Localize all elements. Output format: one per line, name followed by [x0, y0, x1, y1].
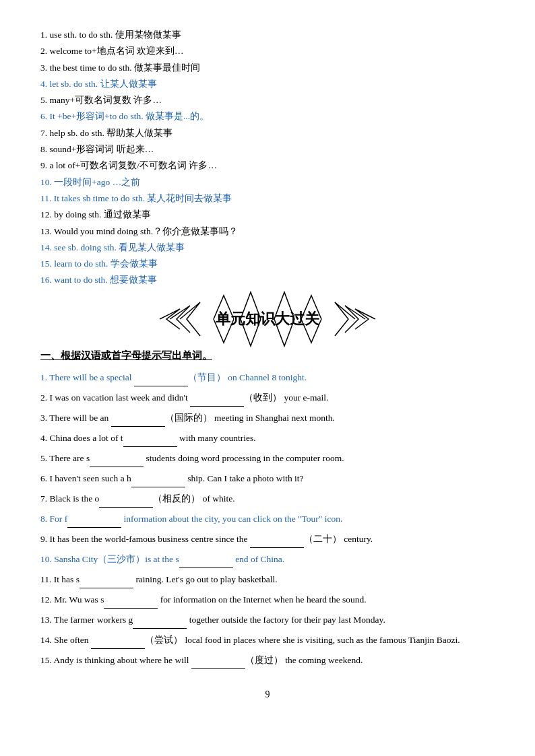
- banner-title: 单元知识大过关: [202, 305, 333, 333]
- exercise-item: 9. It has been the world-famous business…: [40, 529, 495, 548]
- page-number: 9: [40, 689, 495, 700]
- exercises-container: 1. There will be a special （节目） on Chann…: [40, 368, 495, 669]
- exercise-item: 14. She often （尝试） local food in places …: [40, 630, 495, 649]
- exercise-item: 2. I was on vacation last week and didn'…: [40, 388, 495, 407]
- exercise-item: 4. China does a lot of t with many count…: [40, 428, 495, 447]
- phrase-item: 2. welcome to+地点名词 欢迎来到…: [40, 43, 495, 59]
- phrase-item: 9. a lot of+可数名词复数/不可数名词 许多…: [40, 158, 495, 174]
- phrase-item: 10. 一段时间+ago …之前: [40, 174, 495, 191]
- phrase-item: 15. learn to do sth. 学会做某事: [40, 256, 495, 272]
- phrase-item: 3. the best time to do sth. 做某事最佳时间: [40, 60, 495, 76]
- phrase-item: 7. help sb. do sth. 帮助某人做某事: [40, 125, 495, 141]
- phrase-item: 13. Would you mind doing sth.？你介意做某事吗？: [40, 224, 495, 240]
- phrase-item: 16. want to do sth. 想要做某事: [40, 272, 495, 288]
- phrase-item: 1. use sth. to do sth. 使用某物做某事: [40, 27, 495, 43]
- section1-title: 一、根据汉语或首字母提示写出单词。: [40, 349, 495, 362]
- exercise-item: 3. There will be an （国际的） meeting in Sha…: [40, 408, 495, 427]
- exercise-item: 11. It has s raining. Let's go out to pl…: [40, 570, 495, 588]
- exercise-item: 10. Sansha City（三沙市）is at the s end of C…: [40, 549, 495, 568]
- phrase-item: 6. It +be+形容词+to do sth. 做某事是...的。: [40, 108, 495, 125]
- exercise-item: 5. There are s students doing word proce…: [40, 448, 495, 467]
- phrase-item: 5. many+可数名词复数 许多…: [40, 92, 495, 108]
- exercise-item: 15. Andy is thinking about where he will…: [40, 650, 495, 669]
- exercise-item: 13. The farmer workers g together outsid…: [40, 610, 495, 629]
- exercise-item: 6. I haven't seen such a h ship. Can I t…: [40, 469, 495, 487]
- phrase-item: 11. It takes sb time to do sth. 某人花时间去做某…: [40, 191, 495, 207]
- section-banner: 单元知识大过关: [40, 309, 495, 329]
- phrase-item: 14. see sb. doing sth. 看见某人做某事: [40, 240, 495, 256]
- phrase-item: 8. sound+形容词词 听起来…: [40, 141, 495, 158]
- exercise-item: 12. Mr. Wu was s for information on the …: [40, 590, 495, 609]
- phrase-list: 1. use sth. to do sth. 使用某物做某事2. welcome…: [40, 27, 495, 289]
- exercise-item: 8. For f information about the city, you…: [40, 509, 495, 528]
- exercise-section: 一、根据汉语或首字母提示写出单词。: [40, 349, 495, 362]
- exercise-item: 1. There will be a special （节目） on Chann…: [40, 368, 495, 386]
- phrase-item: 12. by doing sth. 通过做某事: [40, 207, 495, 223]
- exercise-item: 7. Black is the o （相反的） of white.: [40, 489, 495, 508]
- phrase-item: 4. let sb. do sth. 让某人做某事: [40, 76, 495, 92]
